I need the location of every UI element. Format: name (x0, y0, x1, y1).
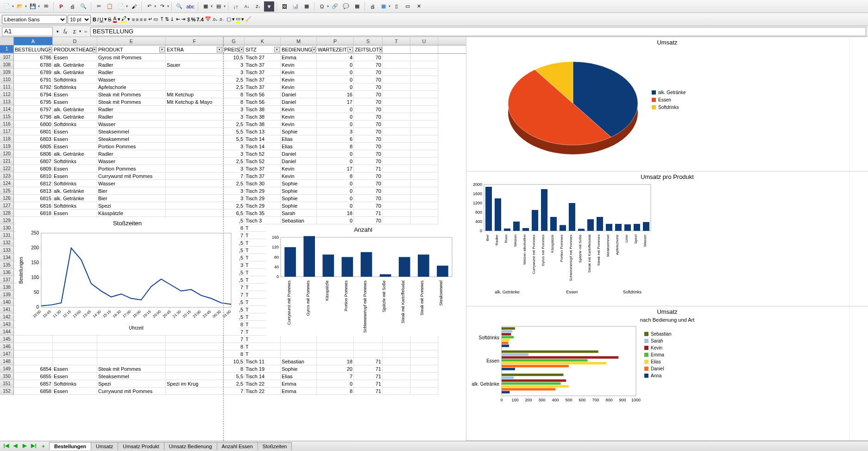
number-icon[interactable]: 7.4 (196, 17, 203, 22)
row-header[interactable]: 120 (0, 150, 14, 158)
cell[interactable]: Steaksemmel (97, 373, 166, 380)
cell[interactable] (166, 165, 223, 172)
cell[interactable]: 6 (317, 135, 354, 143)
cell[interactable]: 0 (317, 380, 354, 387)
indent-dec-icon[interactable]: ⇤ (176, 16, 180, 22)
cell[interactable]: Tisch 14 (245, 135, 281, 143)
cell[interactable] (317, 350, 354, 358)
cell[interactable] (383, 350, 410, 358)
highlight-icon[interactable]: 🖍 (121, 16, 126, 23)
sum-icon[interactable]: Σ (70, 29, 79, 34)
cell[interactable]: 70 (354, 143, 383, 150)
row-header[interactable]: 130 (0, 224, 14, 232)
cell[interactable]: 71 (354, 165, 383, 172)
row-header[interactable]: 111 (0, 83, 14, 91)
cell[interactable] (410, 121, 438, 128)
row-header[interactable]: 145 (0, 336, 14, 343)
cell[interactable]: Wasser (97, 121, 166, 128)
percent-icon[interactable]: % (191, 17, 195, 22)
cell[interactable]: Steaksemmel (97, 135, 166, 143)
cell[interactable]: 6795 (14, 98, 53, 106)
cell[interactable]: Tisch 22 (245, 380, 281, 387)
row-header[interactable]: 151 (0, 380, 14, 387)
row-header[interactable]: 118 (0, 135, 14, 143)
row-header[interactable]: 146 (0, 343, 14, 350)
filter-dropdown-icon[interactable]: ▾ (217, 47, 222, 52)
cell[interactable] (383, 343, 410, 350)
cell[interactable]: 70 (354, 187, 383, 195)
cell[interactable]: 2,5 (223, 76, 245, 83)
cell[interactable] (410, 202, 438, 210)
row-header[interactable]: 125 (0, 187, 14, 195)
cell[interactable]: 7 (317, 373, 354, 380)
cell[interactable]: 2,5 (223, 83, 245, 91)
grid-icon[interactable]: ▦ (201, 1, 211, 12)
cell[interactable]: 6789 (14, 69, 53, 76)
filter-dropdown-icon[interactable]: ▾ (49, 47, 52, 52)
cell[interactable]: Kevin (281, 121, 317, 128)
indent-inc-icon[interactable]: ⇥ (181, 16, 185, 22)
cell[interactable] (166, 121, 223, 128)
cell[interactable] (383, 165, 410, 172)
table-row[interactable]: 1256813alk. GetränkeBier3Tisch 29Sophie0… (0, 187, 466, 195)
clear-format-icon[interactable]: 🧹 (245, 16, 252, 22)
chart-umsatz-pie[interactable]: Umsatz alk. GetränkeEssenSoftdrinks (466, 37, 868, 172)
valign-bot-icon[interactable]: ⤓ (170, 16, 174, 22)
row-header[interactable]: 150 (0, 373, 14, 380)
filter-cell[interactable] (410, 45, 438, 53)
cell[interactable]: 70 (354, 113, 383, 121)
cell[interactable]: 71 (354, 210, 383, 217)
cell[interactable] (383, 172, 410, 180)
cell[interactable]: 2,5 (223, 180, 245, 187)
autofilter-icon[interactable]: ▼ (264, 1, 274, 12)
cell[interactable]: Wasser (97, 76, 166, 83)
cell[interactable]: alk. Getränke (53, 150, 97, 158)
cell[interactable] (281, 350, 317, 358)
column-header[interactable]: M (281, 37, 317, 45)
cell[interactable]: Tisch 14 (245, 373, 281, 380)
cell[interactable] (166, 54, 223, 61)
font-name-select[interactable]: Liberation Sans (2, 15, 67, 24)
cell[interactable]: 20 (317, 365, 354, 373)
headers-icon[interactable]: ▦ (352, 1, 362, 12)
cell[interactable] (383, 69, 410, 76)
row-header[interactable]: 107 (0, 54, 14, 61)
cell[interactable]: Tisch 37 (245, 61, 281, 69)
cell[interactable]: Portion Pommes (97, 143, 166, 150)
filter-cell[interactable]: EXTRA▾ (166, 45, 223, 53)
cell[interactable]: Tisch 29 (245, 195, 281, 202)
cell[interactable]: 6818 (14, 210, 53, 217)
cell[interactable]: Radler (97, 69, 166, 76)
cell[interactable] (166, 373, 223, 380)
cell[interactable] (53, 343, 97, 350)
cell[interactable] (410, 135, 438, 143)
cell[interactable]: Elias (281, 373, 317, 380)
cell[interactable]: 6810 (14, 172, 53, 180)
cell[interactable]: 71 (354, 387, 383, 395)
table-row[interactable]: 1236810EssenCurrywurst mit Pommes7Tisch … (0, 172, 466, 180)
pdf-icon[interactable]: P (56, 1, 66, 12)
cell[interactable]: 70 (354, 91, 383, 98)
cell[interactable] (410, 143, 438, 150)
cell[interactable] (410, 76, 438, 83)
cell[interactable]: 16 (317, 91, 354, 98)
filter-dropdown-icon[interactable]: ▾ (93, 47, 96, 52)
table-row[interactable]: 1106791SoftdrinksWasser2,5Tisch 37Kevin0… (0, 76, 466, 83)
cell[interactable] (354, 350, 383, 358)
freeze-icon[interactable]: ▦ (378, 1, 389, 12)
cell[interactable] (383, 98, 410, 106)
filter-cell[interactable]: WARTEZEIT▾ (317, 45, 354, 53)
date-icon[interactable]: 📅 (205, 16, 211, 22)
sort-za-icon[interactable]: Z↓ (253, 1, 263, 12)
copy-icon[interactable]: 📋 (105, 1, 115, 12)
cell[interactable]: 17 (317, 165, 354, 172)
cell[interactable] (383, 91, 410, 98)
row-header[interactable]: 121 (0, 158, 14, 165)
cell[interactable] (410, 106, 438, 113)
row-header[interactable]: 152 (0, 387, 14, 395)
cell[interactable] (354, 343, 383, 350)
filter-cell[interactable]: BEDIENUNG▾ (281, 45, 317, 53)
cell[interactable]: 70 (354, 172, 383, 180)
wrap-icon[interactable]: ↵ (148, 16, 152, 22)
cell[interactable]: 70 (354, 121, 383, 128)
